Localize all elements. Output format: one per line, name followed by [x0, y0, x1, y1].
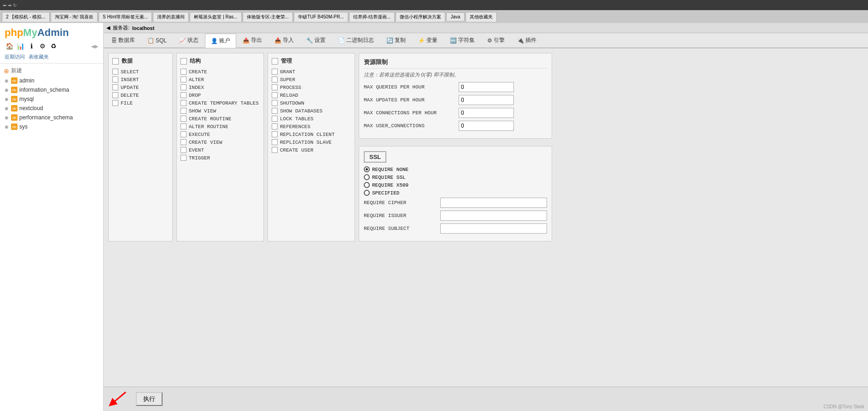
- input-max-queries[interactable]: [459, 82, 514, 92]
- sidebar-links: 近期访问 表收藏夹: [0, 53, 103, 64]
- input-require-cipher[interactable]: [440, 198, 547, 208]
- tab-export[interactable]: 📤 导出: [237, 33, 268, 47]
- checkbox-drop[interactable]: [181, 92, 186, 98]
- browser-tab-3[interactable]: S Html常用标签元素...: [99, 12, 152, 22]
- checkbox-reload[interactable]: [272, 92, 278, 98]
- data-select-all-checkbox[interactable]: [112, 58, 119, 65]
- browser-tab-2[interactable]: 淘宝网 - 淘! 我喜欢: [51, 12, 98, 22]
- checkbox-shutdown[interactable]: [272, 100, 278, 106]
- accounts-tab-icon: 👤: [211, 38, 218, 44]
- browser-bar: ⬅ ➡ ↻: [0, 0, 868, 10]
- info-icon[interactable]: ℹ: [27, 41, 36, 51]
- input-max-user-connections[interactable]: [459, 121, 514, 131]
- label-require-x509: REQUIRE X509: [372, 182, 408, 188]
- admin-select-all-checkbox[interactable]: [272, 58, 278, 65]
- export-tab-icon: 📤: [243, 37, 250, 44]
- binary-log-tab-label: 二进制日志: [346, 36, 374, 44]
- tab-database[interactable]: 🗄 数据库: [105, 33, 141, 47]
- checkbox-lock-tables[interactable]: [272, 116, 278, 122]
- checkbox-alter[interactable]: [181, 76, 186, 82]
- radio-require-ssl[interactable]: [364, 174, 370, 180]
- tab-status[interactable]: 📈 状态: [173, 33, 204, 47]
- checkbox-file[interactable]: [112, 100, 118, 106]
- checkbox-create-routine[interactable]: [181, 116, 186, 122]
- input-require-subject[interactable]: [440, 223, 547, 234]
- sidebar-item-information-schema[interactable]: ⊕ db information_schema: [0, 85, 103, 94]
- browser-tab-9[interactable]: 微信小程序解决方案: [396, 12, 445, 22]
- import-tab-icon: 📥: [274, 37, 281, 44]
- sidebar-item-mysql[interactable]: ⊕ db mysql: [0, 94, 103, 104]
- tab-plugins[interactable]: 🔌 插件: [511, 33, 542, 47]
- browser-tab-6[interactable]: 体验版专区-主奢荣...: [243, 12, 293, 22]
- checkbox-grant[interactable]: [272, 69, 278, 75]
- radio-specified[interactable]: [364, 190, 370, 196]
- checkbox-replication-client[interactable]: [272, 131, 278, 137]
- label-super: SUPER: [280, 77, 295, 82]
- structure-select-all-checkbox[interactable]: [181, 58, 187, 65]
- label-create-temp: CREATE TEMPORARY TABLES: [189, 100, 259, 106]
- perm-item-create-user: CREATE USER: [272, 147, 351, 153]
- checkbox-super[interactable]: [272, 76, 278, 82]
- tab-import[interactable]: 📥 导入: [268, 33, 300, 47]
- resource-limits-note: 注意：若将这些选项设为 0(零) 即不限制。: [364, 71, 547, 78]
- checkbox-create-temp[interactable]: [181, 100, 186, 106]
- execute-button[interactable]: 执行: [136, 392, 163, 406]
- server-label: 服务器:: [113, 24, 129, 31]
- sidebar-item-nextcloud[interactable]: ⊕ db nextcloud: [0, 104, 103, 113]
- browser-tab-7[interactable]: 华硕TUF B450M-PR...: [294, 12, 348, 22]
- checkbox-create-view[interactable]: [181, 139, 186, 145]
- pma-logo: phpMyAdmin: [0, 23, 103, 41]
- checkbox-create[interactable]: [181, 69, 186, 75]
- checkbox-event[interactable]: [181, 147, 186, 153]
- label-specified: SPECIFIED: [372, 190, 399, 196]
- sidebar-collapse-icon[interactable]: ◀▶: [91, 44, 99, 49]
- input-require-issuer[interactable]: [440, 211, 547, 221]
- tab-engines[interactable]: ⚙ 引擎: [481, 33, 511, 47]
- browser-tab-8[interactable]: 结养师-结养漫画...: [349, 12, 395, 22]
- checkbox-index[interactable]: [181, 84, 186, 90]
- checkbox-delete[interactable]: [112, 92, 118, 98]
- tab-variables[interactable]: ⚡ 变量: [412, 33, 443, 47]
- checkbox-select[interactable]: [112, 69, 118, 75]
- checkbox-show-view[interactable]: [181, 108, 186, 114]
- radio-require-none[interactable]: [364, 166, 370, 172]
- checkbox-create-user[interactable]: [272, 147, 278, 153]
- checkbox-execute[interactable]: [181, 131, 186, 137]
- new-item[interactable]: ⊕ 新建: [0, 65, 103, 76]
- checkbox-replication-slave[interactable]: [272, 139, 278, 145]
- browser-tab-5[interactable]: 树莓派头盔室 | Ras...: [190, 12, 241, 22]
- browser-tab-1[interactable]: 2 【模拟机 - 模拟...: [2, 12, 50, 22]
- tab-sql[interactable]: 📋 SQL: [141, 34, 173, 47]
- home-icon[interactable]: 🏠: [5, 41, 14, 51]
- input-max-updates[interactable]: [459, 95, 514, 105]
- recent-visits-link[interactable]: 近期访问: [5, 53, 25, 60]
- checkbox-references[interactable]: [272, 123, 278, 129]
- bookmarks-link[interactable]: 表收藏夹: [29, 53, 49, 60]
- sidebar-item-sys[interactable]: ⊕ db sys: [0, 122, 103, 131]
- settings-icon[interactable]: ⚙: [38, 41, 47, 51]
- sidebar-item-performance-schema[interactable]: ⊕ db performance_schema: [0, 113, 103, 122]
- checkbox-process[interactable]: [272, 84, 278, 90]
- sidebar-item-admin[interactable]: ⊕ db admin: [0, 76, 103, 85]
- input-max-connections[interactable]: [459, 108, 514, 118]
- tab-accounts[interactable]: 👤 账户: [205, 34, 236, 48]
- checkbox-insert[interactable]: [112, 76, 118, 82]
- chart-icon[interactable]: 📊: [16, 41, 25, 51]
- tab-replication[interactable]: 🔄 复制: [380, 33, 412, 47]
- perm-item-update: UPDATE: [112, 84, 169, 90]
- browser-tab-11[interactable]: 其他收藏夹: [466, 12, 497, 22]
- tab-binary-log[interactable]: 📄 二进制日志: [332, 33, 380, 47]
- tab-charset[interactable]: 🔤 字符集: [444, 33, 481, 47]
- checkbox-show-databases[interactable]: [272, 108, 278, 114]
- perm-item-trigger: TRIGGER: [181, 155, 260, 161]
- browser-tab-4[interactable]: 清界的直播间: [153, 12, 189, 22]
- radio-require-x509[interactable]: [364, 182, 370, 188]
- browser-tab-10[interactable]: Java: [446, 12, 464, 21]
- db-icon-admin: db: [11, 77, 17, 84]
- checkbox-update[interactable]: [112, 84, 118, 90]
- tab-settings[interactable]: 🔧 设置: [300, 33, 332, 47]
- logo-admin: Admin: [37, 27, 69, 38]
- refresh-icon[interactable]: ♻: [49, 41, 58, 51]
- checkbox-alter-routine[interactable]: [181, 123, 186, 129]
- checkbox-trigger[interactable]: [181, 155, 186, 161]
